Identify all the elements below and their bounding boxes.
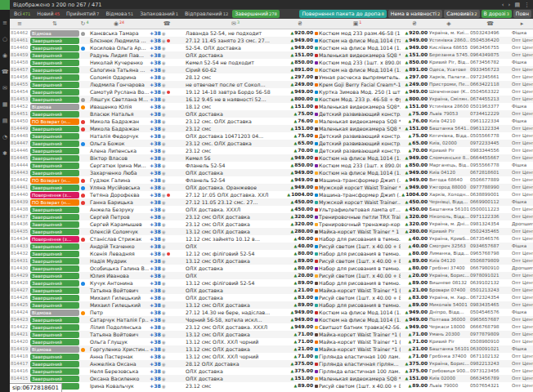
refresh-icon[interactable]: ↻4 bbox=[80, 20, 89, 27]
contact-chip[interactable]: +38◉ bbox=[149, 279, 185, 287]
customer-phone[interactable]: 0506677889 bbox=[469, 176, 511, 184]
customer-phone[interactable]: 0983344556 bbox=[469, 147, 511, 154]
customer-phone[interactable]: 0955566778 bbox=[469, 162, 511, 169]
contact-chip[interactable]: +38◉ bbox=[149, 382, 185, 390]
customer-phone[interactable]: 0505566778 bbox=[469, 132, 511, 140]
customer-phone[interactable]: 0672818601 bbox=[469, 169, 511, 176]
table-row[interactable]: 814418ЗавершенийАнна Пастернак+38◉13.12 … bbox=[10, 353, 533, 360]
table-row[interactable]: 814430ЗавершенийОсобицька Галина В…+38◉О… bbox=[10, 265, 533, 272]
next-page-icon[interactable]: › bbox=[508, 2, 511, 8]
customer-phone[interactable]: 0964349875 bbox=[469, 51, 511, 59]
customer-phone[interactable]: 0669900112 bbox=[469, 198, 511, 206]
customer-phone[interactable]: 0500011223 bbox=[469, 206, 511, 213]
prev-page-icon[interactable]: ‹ bbox=[502, 2, 504, 8]
list-icon[interactable]: ▤ bbox=[2, 118, 8, 124]
contact-chip[interactable]: +38◉ bbox=[149, 323, 185, 331]
tab-all[interactable]: Всі471 bbox=[11, 10, 33, 18]
customer-phone[interactable]: 0667980910 bbox=[469, 265, 511, 272]
customer-phone[interactable]: 0933456723 bbox=[469, 66, 511, 74]
tab-return-to-drop[interactable]: Повернення пакета до дропа8 bbox=[299, 10, 386, 18]
table-row[interactable]: 814442ПО Возврат (н…Гудзюк Галина+38◉Фла… bbox=[10, 176, 533, 184]
customer-phone[interactable]: 0671102132 bbox=[469, 353, 511, 360]
contact-chip[interactable]: +38◉ bbox=[149, 162, 185, 169]
customer-phone[interactable]: 0502435465 bbox=[469, 228, 511, 235]
table-row[interactable]: 814454ЗавершенийСамотуй Руслана Во…+38◉1… bbox=[10, 88, 533, 96]
box-icon[interactable]: ▣1 bbox=[314, 20, 401, 27]
tab-accepted[interactable]: Прийнятий7 bbox=[64, 10, 101, 18]
tab-new[interactable]: Новий45 bbox=[34, 10, 62, 18]
customer-phone[interactable]: 0638899001 bbox=[469, 191, 511, 198]
customer-phone[interactable]: 0673456782 bbox=[469, 59, 511, 66]
table-row[interactable]: 814423ЗавершенийСатарчук Наталія Гр…+38◉… bbox=[10, 316, 533, 323]
table-row[interactable]: 814460ЗавершенийКосилова Ольга Ар…+38◉52… bbox=[10, 44, 533, 51]
customer-phone[interactable]: 0501213243 bbox=[469, 287, 511, 294]
tab-more-status[interactable]: Повн bbox=[513, 10, 531, 18]
customer-phone[interactable]: 0663456789 bbox=[469, 375, 511, 382]
contact-chip[interactable]: +38◉ bbox=[149, 51, 185, 59]
sort-icon[interactable]: ⇅ bbox=[29, 20, 80, 27]
contact-chip[interactable]: +38◉ bbox=[149, 125, 185, 132]
contact-chip[interactable]: +38◉ bbox=[149, 59, 185, 66]
customer-phone[interactable]: 0507654321 bbox=[469, 382, 511, 390]
customer-phone[interactable]: 0506879809 bbox=[469, 257, 511, 265]
table-row[interactable]: 814452ВідмоваИващенко Юлія+38◉18.12 смс▲… bbox=[10, 103, 533, 110]
customer-phone[interactable]: 0961122334 bbox=[469, 118, 511, 125]
chat-icon[interactable]: ✉3 bbox=[185, 20, 286, 27]
customer-phone[interactable]: 0961122334 bbox=[469, 125, 511, 132]
menu-icon[interactable]: ≡ bbox=[2, 20, 7, 26]
table-row[interactable]: 814425ЗавершенийМихаил Гилецький+38◉13.1… bbox=[10, 301, 533, 309]
contact-chip[interactable]: +38◉ bbox=[149, 154, 185, 162]
contact-chip[interactable]: +38◉ bbox=[149, 37, 185, 44]
table-row[interactable]: 814453ЗавершенийЛяшгук Светлана М…+38◉16… bbox=[10, 96, 533, 103]
contact-chip[interactable]: +38◉ bbox=[149, 220, 185, 228]
customer-phone[interactable]: 0504563322 bbox=[469, 88, 511, 96]
tab-out-of-stock[interactable]: Нема в наявності2 bbox=[388, 10, 443, 18]
table-row[interactable]: 814443ЗавершенийЗахарченко Люба+38◉ОЛХ д… bbox=[10, 169, 533, 176]
contact-chip[interactable]: +38◉ bbox=[149, 338, 185, 345]
table-row[interactable]: 814457ЗавершенийСалогина Татьяна …+38◉Сі… bbox=[10, 66, 533, 74]
contact-chip[interactable]: +38◉ bbox=[149, 316, 185, 323]
gear-icon[interactable]: ✱ bbox=[2, 151, 7, 157]
tag-icon[interactable]: ▸ bbox=[511, 20, 533, 27]
customer-phone[interactable]: 0965768798 bbox=[469, 250, 511, 257]
contact-chip[interactable]: +38◉ bbox=[149, 74, 185, 81]
phone-icon[interactable]: ☎ bbox=[2, 69, 9, 75]
user-icon[interactable]: ◉ bbox=[2, 53, 7, 59]
table-row[interactable]: 814426ЗавершенийМихаил Гилецький+38◉ОЛХ … bbox=[10, 294, 533, 301]
customer-phone[interactable]: 0504536420 bbox=[469, 37, 511, 44]
table-row[interactable]: 814431ЗавершенийНадія Мудрик+38◉13.12 см… bbox=[10, 257, 533, 265]
contact-chip[interactable]: +38◉ bbox=[149, 235, 185, 243]
table-row[interactable]: 814444ЗавершенийСергатюк Ірина Ми…+38◉Фл… bbox=[10, 162, 533, 169]
customer-phone[interactable]: 0973123456 bbox=[469, 368, 511, 375]
contact-chip[interactable]: +38◉ bbox=[149, 228, 185, 235]
table-row[interactable]: 814416ЗавершенийНеля Березовська+38◉ОЛХ … bbox=[10, 368, 533, 375]
customer-phone[interactable]: 0971122336 bbox=[469, 213, 511, 220]
customer-phone[interactable]: 0977788990 bbox=[469, 184, 511, 191]
table-row[interactable]: 814451ЗавершенийВласюк Наталья+38◉ОЛХ до… bbox=[10, 110, 533, 118]
tab-shipped[interactable]: Відправлений12 bbox=[182, 10, 231, 18]
contact-chip[interactable]: +38◉ bbox=[149, 140, 185, 147]
phone-icon[interactable]: ☎ bbox=[469, 20, 511, 27]
table-row[interactable]: 814427ЗавершенийТатьяна Войтович+38◉ОЛХ … bbox=[10, 287, 533, 294]
customer-phone[interactable]: 0972345661 bbox=[469, 74, 511, 81]
contact-chip[interactable]: +38◉ bbox=[149, 265, 185, 272]
table-row[interactable]: 814415ЗавершенийОксана Василенко+38◉ОЛХ … bbox=[10, 375, 533, 382]
phone-icon[interactable]: ☎ bbox=[149, 20, 185, 27]
table-row[interactable]: 814421ЗавершенийТатьяна Войтович+38◉13.1… bbox=[10, 331, 533, 338]
table-row[interactable]: 814424ВідмоваПетр+38◉27.12 14.30 не бере… bbox=[10, 309, 533, 316]
contact-chip[interactable]: +38◉ bbox=[149, 103, 185, 110]
chart-icon[interactable]: ▦ bbox=[2, 102, 8, 108]
table-row[interactable]: 814428ЗавершенийКучук Антонина+38◉13.12 … bbox=[10, 279, 533, 287]
customer-phone[interactable]: 0508980910 bbox=[469, 338, 511, 345]
money-icon[interactable]: ₴ bbox=[401, 20, 428, 27]
location-icon[interactable]: ◈ bbox=[428, 20, 469, 27]
customer-phone[interactable]: 0981324354 bbox=[469, 220, 511, 228]
tab-packed[interactable]: Запакований1 bbox=[137, 10, 181, 18]
contact-chip[interactable]: +38◉ bbox=[149, 110, 185, 118]
contact-chip[interactable]: +38◉ bbox=[149, 353, 185, 360]
contact-chip[interactable]: +38◉ bbox=[149, 81, 185, 88]
contact-chip[interactable]: +38◉ bbox=[149, 360, 185, 368]
contact-chip[interactable]: +38◉ bbox=[149, 118, 185, 125]
tab-in-transit[interactable]: В дорозі3 bbox=[481, 10, 512, 18]
table-row[interactable]: 814462ВідмоваКанєвська Тамара+38◉Лаванда… bbox=[10, 29, 533, 37]
